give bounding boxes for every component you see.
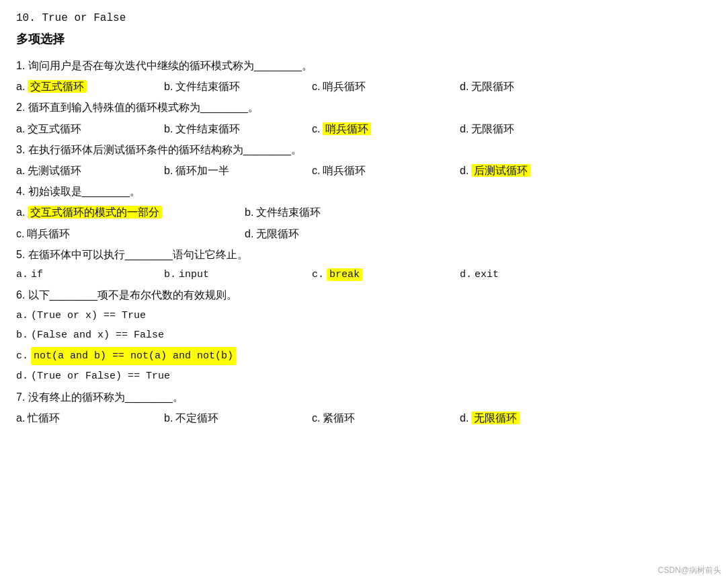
answer-1-1: a.交互式循环: [16, 77, 164, 95]
answer-text-1-1: 交互式循环: [28, 80, 87, 93]
answer-label-2-2: b.: [164, 123, 173, 134]
answer-label-4-4: d.: [245, 228, 253, 239]
answer-text-5-2: input: [179, 269, 209, 280]
answer-1-4: d.无限循环: [460, 77, 608, 95]
answer-text-1-3: 哨兵循环: [323, 81, 366, 92]
answer-label-1-4: d.: [460, 81, 469, 92]
answer-text-2-1: 交互式循环: [28, 123, 81, 134]
answer-text-6-2: (False and x) == False: [31, 327, 164, 344]
answer-label-5-4: d.: [460, 269, 472, 280]
question-7: 7. 没有终止的循环称为________。: [16, 388, 712, 406]
answer-4-2: b.文件结束循环: [245, 203, 473, 221]
answer-text-4-4: 无限循环: [256, 228, 299, 239]
answer-text-7-3: 紧循环: [323, 412, 355, 424]
answer-7-1: a.忙循环: [16, 409, 164, 427]
answer-2-4: d.无限循环: [460, 120, 608, 138]
answer-3-4: d.后测试循环: [460, 161, 608, 180]
answer-2-3: c.哨兵循环: [312, 120, 460, 138]
answer-row-5: a.ifb.inputc.breakd.exit: [16, 266, 712, 284]
answer-row-7: a.忙循环b.不定循环c.紧循环d.无限循环: [16, 409, 712, 427]
question-1: 1. 询问用户是否在每次迭代中继续的循环模式称为________。: [16, 56, 712, 75]
answer-2-1: a.交互式循环: [16, 120, 164, 138]
answer-label-5-1: a.: [16, 269, 28, 280]
section-title: 多项选择: [16, 31, 712, 47]
answer-label-7-4: d.: [460, 412, 469, 424]
answer-text-4-3: 哨兵循环: [27, 228, 70, 239]
answer-text-4-1: 交互式循环的模式的一部分: [28, 206, 162, 219]
answer-text-3-4: 后测试循环: [471, 164, 530, 177]
answer-7-2: b.不定循环: [164, 409, 312, 427]
question-5: 5. 在循环体中可以执行________语句让它终止。: [16, 245, 712, 264]
question-4: 4. 初始读取是________。: [16, 182, 712, 200]
answer-label-3-2: b.: [164, 165, 173, 176]
answer-4-3: c.哨兵循环: [16, 225, 245, 243]
header-line: 10. True or False: [16, 12, 712, 24]
answer-label-6-4: d.: [16, 368, 28, 385]
answer-text-2-4: 无限循环: [471, 123, 514, 134]
answer-5-4: d.exit: [460, 266, 608, 284]
answer-6-2: b.(False and x) == False: [16, 327, 712, 344]
question-6: 6. 以下________项不是布尔代数的有效规则。: [16, 286, 712, 304]
answer-3-2: b.循环加一半: [164, 161, 312, 180]
answer-6-1: a.(True or x) == True: [16, 307, 712, 325]
answer-label-5-3: c.: [312, 269, 324, 280]
answer-1-2: b.文件结束循环: [164, 77, 312, 95]
answer-label-7-2: b.: [164, 412, 173, 424]
answer-text-6-4: (True or False) == True: [31, 368, 170, 385]
answer-label-3-1: a.: [16, 165, 25, 176]
answer-label-2-4: d.: [460, 123, 469, 134]
answer-label-4-1: a.: [16, 206, 25, 218]
answer-6-3: c.not(a and b) == not(a) and not(b): [16, 347, 712, 366]
answer-3-1: a.先测试循环: [16, 161, 164, 180]
answer-text-5-1: if: [31, 269, 43, 280]
answer-label-1-1: a.: [16, 81, 25, 92]
answer-text-5-4: exit: [475, 269, 499, 280]
watermark: CSDN@病树前头: [658, 565, 721, 576]
answer-label-4-3: c.: [16, 228, 24, 239]
answer-label-7-3: c.: [312, 412, 320, 424]
answer-text-6-1: (True or x) == True: [31, 307, 146, 325]
answer-row-1: a.交互式循环b.文件结束循环c.哨兵循环d.无限循环: [16, 77, 712, 95]
answer-label-1-3: c.: [312, 81, 320, 92]
answer-text-2-3: 哨兵循环: [323, 122, 371, 135]
answer-2-2: b.文件结束循环: [164, 120, 312, 138]
answer-label-6-3: c.: [16, 348, 28, 365]
answer-label-6-1: a.: [16, 307, 28, 325]
answer-text-1-4: 无限循环: [471, 81, 514, 92]
answer-5-3: c.break: [312, 266, 460, 284]
answer-label-7-1: a.: [16, 412, 25, 424]
answer-text-1-2: 文件结束循环: [175, 81, 240, 92]
answer-text-7-4: 无限循环: [471, 412, 520, 424]
answer-row-4-1: a.交互式循环的模式的一部分b.文件结束循环: [16, 203, 712, 221]
answer-text-7-2: 不定循环: [175, 412, 218, 424]
answer-text-5-3: break: [327, 268, 362, 281]
answer-7-3: c.紧循环: [312, 409, 460, 427]
answer-text-3-3: 哨兵循环: [323, 165, 366, 176]
answer-3-3: c.哨兵循环: [312, 161, 460, 180]
answer-text-3-1: 先测试循环: [28, 165, 81, 176]
answer-label-4-2: b.: [245, 206, 253, 218]
question-2: 2. 循环直到输入特殊值的循环模式称为________。: [16, 98, 712, 116]
answer-text-3-2: 循环加一半: [175, 165, 229, 176]
answer-text-6-3: not(a and b) == not(a) and not(b): [31, 347, 236, 366]
answer-text-4-2: 文件结束循环: [256, 206, 321, 218]
answer-label-2-3: c.: [312, 123, 320, 134]
answer-row-4-2: c.哨兵循环d.无限循环: [16, 225, 712, 243]
answer-6-4: d.(True or False) == True: [16, 368, 712, 385]
answer-label-3-3: c.: [312, 165, 320, 176]
answer-1-3: c.哨兵循环: [312, 77, 460, 95]
answer-label-5-2: b.: [164, 269, 176, 280]
answer-5-2: b.input: [164, 266, 312, 284]
answer-label-6-2: b.: [16, 327, 28, 344]
answer-text-7-1: 忙循环: [28, 412, 60, 424]
questions-container: 1. 询问用户是否在每次迭代中继续的循环模式称为________。a.交互式循环…: [16, 56, 712, 427]
question-3: 3. 在执行循环体后测试循环条件的循环结构称为________。: [16, 141, 712, 159]
answer-text-2-2: 文件结束循环: [175, 123, 240, 134]
answer-7-4: d.无限循环: [460, 409, 608, 427]
answer-label-3-4: d.: [460, 165, 469, 176]
answer-4-4: d.无限循环: [245, 225, 473, 243]
answer-5-1: a.if: [16, 266, 164, 284]
answer-label-2-1: a.: [16, 123, 25, 134]
answer-4-1: a.交互式循环的模式的一部分: [16, 203, 245, 221]
answer-row-2: a.交互式循环b.文件结束循环c.哨兵循环d.无限循环: [16, 120, 712, 138]
